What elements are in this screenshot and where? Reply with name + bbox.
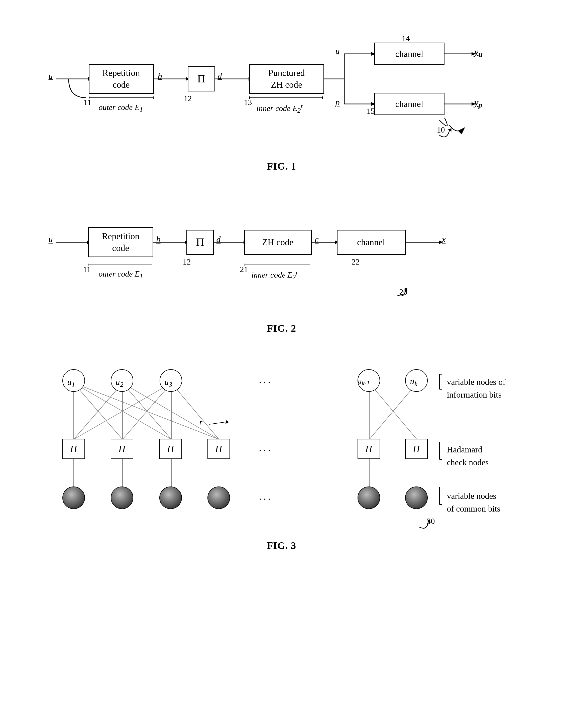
fig3-hk-node: H [405,439,428,459]
svg-line-45 [74,383,219,439]
fig3-c1-node [62,487,85,509]
fig2-x-label: x [442,235,446,244]
fig3-h4-node: H [207,439,230,459]
svg-line-53 [171,383,219,439]
fig3-ck-node [405,487,428,509]
fig3-c3-node [159,487,182,509]
fig3-label: FIG. 3 [267,540,296,551]
figure-3-container: u1 u2 u3 ··· uk-1 uk H H H H ··· H H [30,354,533,551]
fig3-c2-node [111,487,133,509]
fig1-yu-label: yu [475,47,483,59]
fig1-channel-p-box: channel [374,93,444,115]
svg-marker-65 [226,420,229,424]
fig1-p-label: p [335,98,340,107]
fig2-pi-box: Π [186,230,214,255]
fig2-d-label: d [216,235,221,244]
fig2-zh-box: ZH code [244,230,312,255]
fig1-diagram: u Repetitioncode b Π d PuncturedZH code … [44,20,520,150]
fig2-channel-box: channel [337,230,406,255]
fig2-n11: 11 [83,265,91,274]
fig1-b-label: b [158,71,162,81]
fig2-u-input: u [49,235,53,244]
fig2-n12: 12 [183,257,191,267]
fig1-n14: 14 [402,34,410,43]
fig1-u-split-label: u [335,47,340,56]
fig3-u1-label: u1 [67,377,75,389]
fig2-c-label: c [315,235,319,244]
fig3-legend-info: variable nodes ofinformation bits [447,376,506,401]
fig2-diagram: u Repetitioncode b Π d ZH code c channel… [44,192,520,312]
fig2-curved-arrow [384,277,414,300]
fig2-outer-code-label: outer code E1 [99,269,143,280]
fig1-label: FIG. 1 [267,160,296,172]
fig1-u-input: u [49,71,53,81]
fig3-legend-hadamard: Hadamardcheck nodes [447,443,489,469]
fig1-repetition-box: Repetitioncode [89,64,154,94]
fig3-dots-mid: ··· [259,444,273,456]
fig3-u2-label: u2 [116,377,124,389]
fig2-n21: 21 [240,265,248,274]
fig2-inner-code-label: inner code E2r [252,269,298,281]
fig2-n22: 22 [352,257,360,267]
fig3-c4-node [207,487,230,509]
svg-line-64 [209,422,227,424]
fig3-uk1-label: uk-1 [358,377,370,387]
fig1-n13: 13 [244,98,252,107]
fig2-label: FIG. 2 [267,322,296,334]
fig1-n12: 12 [184,94,192,103]
figure-1-container: u Repetitioncode b Π d PuncturedZH code … [30,20,533,172]
fig1-outer-code-label: outer code E1 [99,103,143,113]
fig3-n30: 30 [427,517,435,526]
svg-marker-41 [404,288,408,291]
fig1-curved-arrow [424,115,462,140]
fig1-pi-box: Π [188,66,215,91]
fig3-h2-node: H [111,439,133,459]
fig1-n15: 15 [367,106,375,116]
fig3-u3-label: u3 [165,377,172,389]
fig1-n11: 11 [84,98,91,107]
fig1-yp-label: yp [475,97,482,109]
fig1-punctured-zh-box: PuncturedZH code [249,64,324,94]
fig3-legend-common: variable nodesof common bits [447,490,500,515]
fig1-channel-u-box: channel [374,43,444,65]
fig3-dots-bot: ··· [259,493,273,505]
fig3-hk1-node: H [358,439,380,459]
fig2-repetition-box: Repetitioncode [88,227,153,257]
fig3-dots-top: ··· [259,377,273,389]
fig3-diagram: u1 u2 u3 ··· uk-1 uk H H H H ··· H H [44,354,520,530]
fig2-b-label: b [156,235,161,244]
fig1-inner-code-label: inner code E2r [257,103,303,114]
fig3-ck1-node [358,487,380,509]
fig3-h1-node: H [62,439,85,459]
fig3-r-label: r [199,418,202,427]
fig1-d-label: d [218,71,222,81]
figure-2-container: u Repetitioncode b Π d ZH code c channel… [30,192,533,334]
fig3-h3-node: H [159,439,182,459]
page: u Repetitioncode b Π d PuncturedZH code … [0,0,563,728]
fig3-uk-label: uk [410,377,418,388]
